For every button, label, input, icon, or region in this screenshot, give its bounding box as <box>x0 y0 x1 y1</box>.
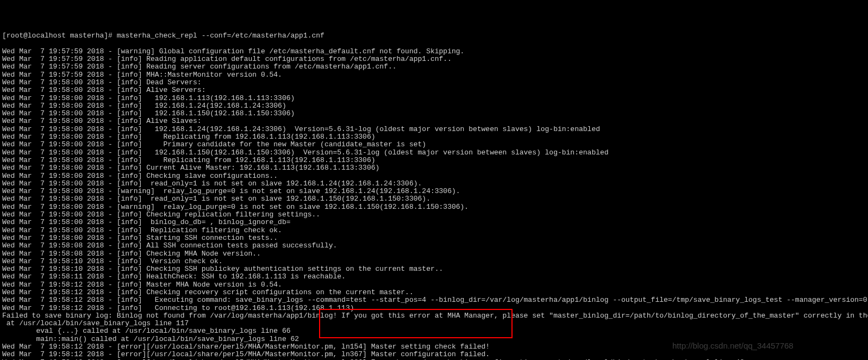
log-line: Wed Mar 7 19:57:59 2018 - [warning] Glob… <box>2 48 866 55</box>
log-line: Wed Mar 7 19:58:12 2018 - [info] Checkin… <box>2 289 866 296</box>
log-line: Wed Mar 7 19:58:00 2018 - [info] Dead Se… <box>2 79 866 86</box>
log-line: Wed Mar 7 19:58:00 2018 - [info] Startin… <box>2 234 866 242</box>
log-line: Wed Mar 7 19:58:00 2018 - [info] binlog_… <box>2 219 866 226</box>
log-line: Wed Mar 7 19:58:00 2018 - [warning] rela… <box>2 188 866 195</box>
log-line: Wed Mar 7 19:58:00 2018 - [info] 192.168… <box>2 95 866 102</box>
log-line: Wed Mar 7 19:58:12 2018 - [error][/usr/l… <box>2 351 866 358</box>
log-line: Wed Mar 7 19:58:12 2018 - [info] Connect… <box>2 305 866 312</box>
log-line: Wed Mar 7 19:58:00 2018 - [info] Checkin… <box>2 172 866 180</box>
log-line: Wed Mar 7 19:58:00 2018 - [info] Primary… <box>2 141 866 148</box>
log-line: at /usr/local/bin/save_binary_logs line … <box>2 320 866 327</box>
log-line: Wed Mar 7 19:58:00 2018 - [info] 192.168… <box>2 149 866 157</box>
log-line: Wed Mar 7 19:58:00 2018 - [warning] rela… <box>2 203 866 211</box>
watermark-text: http://blog.csdn.net/qq_34457768 <box>672 342 794 351</box>
log-line: Wed Mar 7 19:58:00 2018 - [info] Replica… <box>2 133 866 141</box>
terminal-output: Wed Mar 7 19:57:59 2018 - [warning] Glob… <box>2 48 866 360</box>
log-line: eval {...} called at /usr/local/bin/save… <box>2 327 866 335</box>
log-line: Wed Mar 7 19:58:00 2018 - [info] Replica… <box>2 227 866 234</box>
log-line: Wed Mar 7 19:57:59 2018 - [info] Reading… <box>2 55 866 63</box>
log-line: Wed Mar 7 19:58:00 2018 - [info] read_on… <box>2 195 866 203</box>
log-line: Wed Mar 7 19:58:11 2018 - [info] HealthC… <box>2 273 866 281</box>
log-line: Failed to save binary log: Binlog not fo… <box>2 312 866 320</box>
log-line: Wed Mar 7 19:58:00 2018 - [info] Alive S… <box>2 86 866 94</box>
log-line: Wed Mar 7 19:58:12 2018 - [info] Executi… <box>2 296 866 304</box>
log-line: Wed Mar 7 19:58:10 2018 - [info] Version… <box>2 258 866 265</box>
log-line: Wed Mar 7 19:57:59 2018 - [info] Reading… <box>2 63 866 71</box>
log-line: Wed Mar 7 19:58:00 2018 - [info] read_on… <box>2 180 866 188</box>
log-line: Wed Mar 7 19:58:00 2018 - [info] Replica… <box>2 157 866 164</box>
log-line: Wed Mar 7 19:58:12 2018 - [info] Master … <box>2 281 866 289</box>
log-line: Wed Mar 7 19:58:08 2018 - [info] Checkin… <box>2 250 866 258</box>
log-line: Wed Mar 7 19:58:00 2018 - [info] Current… <box>2 164 866 172</box>
log-line: Wed Mar 7 19:58:00 2018 - [info] 192.168… <box>2 102 866 110</box>
log-line: Wed Mar 7 19:58:00 2018 - [info] 192.168… <box>2 110 866 117</box>
log-line: Wed Mar 7 19:57:59 2018 - [info] MHA::Ma… <box>2 71 866 79</box>
log-line: Wed Mar 7 19:58:00 2018 - [info] Alive S… <box>2 117 866 125</box>
log-line: Wed Mar 7 19:58:08 2018 - [info] All SSH… <box>2 242 866 250</box>
log-line: Wed Mar 7 19:58:10 2018 - [info] Checkin… <box>2 265 866 273</box>
terminal-prompt-line[interactable]: [root@localhost masterha]# masterha_chec… <box>2 32 866 40</box>
log-line: Wed Mar 7 19:58:00 2018 - [info] 192.168… <box>2 126 866 133</box>
log-line: Wed Mar 7 19:58:00 2018 - [info] Checkin… <box>2 211 866 219</box>
